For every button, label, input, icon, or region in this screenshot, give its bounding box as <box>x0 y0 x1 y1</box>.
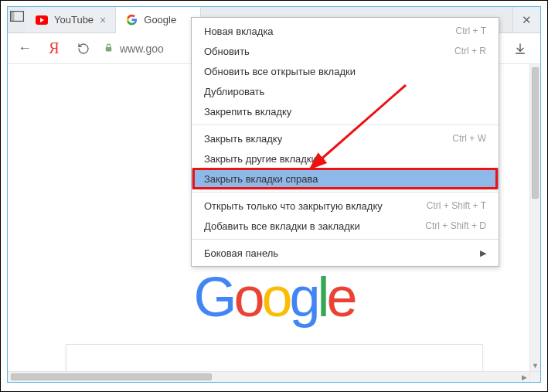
tab-label: YouTube <box>54 14 94 26</box>
yandex-home-button[interactable]: Я <box>45 39 63 58</box>
back-button[interactable]: ← <box>15 39 34 58</box>
google-logo: Google <box>193 265 354 329</box>
menu-item-label: Закрыть вкладку <box>204 133 282 145</box>
menu-item-label: Обновить все открытые вкладки <box>204 66 356 77</box>
address-text: www.goo <box>120 43 164 55</box>
menu-item[interactable]: Обновить все открытые вкладки <box>192 61 499 81</box>
menu-item-label: Открыть только что закрытую вкладку <box>204 200 383 212</box>
scrollbar-horizontal[interactable]: ◀ ▶ <box>8 371 529 382</box>
menu-separator <box>192 124 499 125</box>
menu-item[interactable]: Добавить все вкладки в закладкиCtrl + Sh… <box>192 216 499 236</box>
menu-item[interactable]: Закрыть вкладкуCtrl + W <box>192 128 499 148</box>
panel-toggle-button[interactable] <box>8 7 26 26</box>
menu-item-label: Новая вкладка <box>204 26 274 37</box>
menu-item[interactable]: Закрыть другие вкладки <box>192 148 499 169</box>
reload-button[interactable] <box>74 39 93 58</box>
menu-item[interactable]: ОбновитьCtrl + R <box>192 41 499 61</box>
menu-item[interactable]: Дублировать <box>192 81 499 101</box>
menu-item-label: Закрыть другие вкладки <box>204 153 317 165</box>
scrollbar-vertical[interactable]: ▲ ▼ <box>529 64 540 371</box>
svg-rect-1 <box>11 12 15 22</box>
menu-item-shortcut: Ctrl + T <box>456 26 486 36</box>
menu-item[interactable]: Открыть только что закрытую вкладкуCtrl … <box>192 196 499 216</box>
reload-icon <box>77 43 90 55</box>
svg-rect-4 <box>106 46 112 50</box>
menu-item-shortcut: Ctrl + Shift + D <box>425 220 486 231</box>
lock-icon <box>104 42 114 56</box>
youtube-icon <box>36 14 48 26</box>
close-icon[interactable]: × <box>100 15 106 26</box>
menu-item[interactable]: Новая вкладкаCtrl + T <box>192 21 499 41</box>
menu-item-shortcut: Ctrl + Shift + T <box>427 200 486 211</box>
scroll-down-icon[interactable]: ▼ <box>530 360 540 371</box>
window-close-button[interactable]: ✕ <box>512 7 540 32</box>
menu-separator <box>192 239 499 240</box>
menu-item-label: Обновить <box>204 46 250 57</box>
tab-label: Google <box>144 14 191 26</box>
menu-item[interactable]: Закрепить вкладку <box>192 101 499 121</box>
scroll-thumb[interactable] <box>532 67 539 199</box>
menu-item-label: Закрыть вкладки справа <box>204 173 318 185</box>
close-icon: ✕ <box>522 13 532 27</box>
menu-item[interactable]: Закрыть вкладки справа <box>192 169 499 189</box>
menu-item-shortcut: Ctrl + W <box>452 133 486 144</box>
menu-item-label: Дублировать <box>204 86 264 97</box>
scroll-thumb[interactable] <box>11 373 212 380</box>
menu-item-label: Закрепить вкладку <box>204 106 291 118</box>
menu-item[interactable]: Боковая панель▶ <box>192 243 499 263</box>
menu-separator <box>192 192 499 193</box>
menu-item-label: Боковая панель <box>204 247 278 259</box>
download-icon <box>514 43 526 55</box>
tab-google[interactable]: Google <box>116 7 201 32</box>
menu-item-shortcut: Ctrl + R <box>454 46 486 56</box>
tab-youtube[interactable]: YouTube × <box>26 7 116 32</box>
scroll-right-icon[interactable]: ▶ <box>519 372 529 382</box>
scrollbar-corner <box>529 371 540 382</box>
tab-context-menu: Новая вкладкаCtrl + TОбновитьCtrl + RОбн… <box>191 17 499 267</box>
menu-item-label: Добавить все вкладки в закладки <box>204 220 360 232</box>
submenu-arrow-icon: ▶ <box>480 248 486 258</box>
sidebar-panel-icon <box>10 11 24 22</box>
google-icon <box>125 14 138 26</box>
downloads-button[interactable] <box>511 39 529 58</box>
